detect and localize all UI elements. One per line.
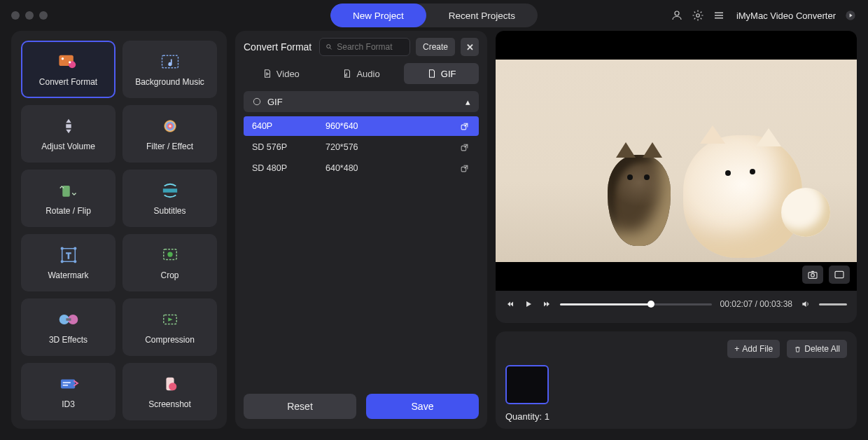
tool-screenshot[interactable]: Screenshot [122,363,217,420]
tab-gif-label: GIF [441,69,456,79]
svg-text:T: T [66,252,71,260]
delete-all-label: Delete All [804,344,840,354]
format-group-header[interactable]: GIF ▴ [244,91,479,112]
svg-point-18 [167,252,172,256]
plus-icon: + [734,344,739,354]
time-display: 00:02:07 / 00:03:38 [720,299,792,309]
volume-button[interactable] [801,299,811,309]
chevron-up-icon: ▴ [465,97,470,107]
svg-point-1 [696,14,700,18]
account-icon[interactable] [671,9,683,22]
tool-convert-format[interactable]: Convert Format [21,41,115,98]
traffic-min[interactable] [25,11,34,20]
tab-video[interactable]: Video [244,63,318,84]
seek-bar[interactable] [560,303,712,305]
save-button[interactable]: Save [366,394,479,419]
play-button[interactable] [524,299,533,309]
time-total: 00:03:38 [760,299,792,309]
id3-icon [57,374,80,394]
delete-all-button[interactable]: Delete All [787,340,847,358]
reset-button[interactable]: Reset [244,394,356,419]
tool-watermark[interactable]: TWatermark [21,234,115,291]
tool-background-music[interactable]: Background Music [122,41,217,98]
format-group-label: GIF [267,97,283,107]
svg-point-9 [163,120,176,133]
tool-3d-effects[interactable]: 3D Effects [21,298,115,356]
svg-rect-24 [60,380,74,389]
format-name: SD 480P [252,163,326,173]
traffic-lights [11,11,48,20]
create-format-button[interactable]: Create [416,38,455,56]
svg-point-13 [61,247,63,249]
preview-subject-1 [608,155,671,246]
format-search[interactable] [319,38,410,56]
svg-point-29 [327,45,330,48]
search-icon [326,43,332,51]
tool-compression[interactable]: Compression [122,298,217,356]
tab-recent-projects[interactable]: Recent Projects [426,4,538,27]
format-row[interactable]: 640P960*640 [244,116,479,136]
add-file-button[interactable]: + Add File [727,340,780,358]
app-name: iMyMac Video Converter [736,11,836,21]
volume-slider[interactable] [819,303,847,305]
play-chip-icon[interactable] [844,9,857,22]
svg-marker-23 [168,317,172,322]
skip-back-button[interactable] [505,299,515,309]
svg-marker-38 [507,302,510,307]
tab-gif[interactable]: GIF [404,63,479,84]
titlebar: New Project Recent Projects iMyMac Video… [0,0,868,31]
gif-group-icon [252,97,262,106]
svg-marker-42 [547,302,550,307]
fullscreen-button[interactable] [829,266,850,284]
project-segmented-control: New Project Recent Projects [330,4,538,27]
open-format-button[interactable] [458,120,470,132]
subtitles-icon [158,181,182,200]
format-row[interactable]: SD 576P720*576 [244,137,479,157]
svg-marker-43 [802,301,806,307]
tool-label: ID3 [62,399,75,409]
svg-marker-41 [544,302,547,307]
format-resolution: 960*640 [326,121,458,131]
open-format-button[interactable] [458,141,470,153]
tool-label: Crop [160,270,178,280]
screenshot-icon [158,374,182,394]
tool-adjust-volume[interactable]: Adjust Volume [21,105,115,163]
file-thumbnail[interactable] [505,365,549,404]
svg-marker-40 [526,301,531,307]
menu-icon[interactable] [713,9,725,22]
panel-title: Convert Format [244,41,312,53]
snapshot-button[interactable] [802,266,823,284]
tab-new-project[interactable]: New Project [330,4,426,27]
tool-label: 3D Effects [49,335,88,345]
format-search-input[interactable] [337,42,404,52]
tool-filter-effect[interactable]: Filter / Effect [122,105,217,163]
tab-audio[interactable]: Audio [324,63,399,84]
tool-label: Compression [145,335,195,345]
format-row[interactable]: SD 480P640*480 [244,158,479,178]
svg-rect-21 [66,318,71,321]
time-current: 00:02:07 [720,299,753,309]
tool-crop[interactable]: Crop [122,234,217,291]
file-bar: + Add File Delete All Quantity: 1 [496,331,857,429]
add-file-label: Add File [742,344,773,354]
tool-rotate-flip[interactable]: Rotate / Flip [21,170,115,227]
skip-forward-button[interactable] [542,299,552,309]
compression-icon [158,310,182,329]
open-format-button[interactable] [458,162,470,174]
video-file-icon [262,69,272,78]
tool-label: Rotate / Flip [46,206,91,216]
preview-panel: 00:02:07 / 00:03:38 [496,31,857,323]
close-panel-button[interactable]: ✕ [461,38,479,56]
video-viewport[interactable] [496,31,857,291]
svg-rect-25 [62,382,70,383]
traffic-close[interactable] [11,11,20,20]
svg-point-14 [74,247,76,249]
fullscreen-icon [834,270,845,280]
format-resolution: 720*576 [326,142,458,152]
transport-bar: 00:02:07 / 00:03:38 [496,291,857,317]
traffic-max[interactable] [39,11,48,20]
gear-icon[interactable] [692,9,704,22]
tool-subtitles[interactable]: Subtitles [122,170,217,227]
watermark-icon: T [57,245,80,265]
tool-id3[interactable]: ID3 [21,363,115,420]
